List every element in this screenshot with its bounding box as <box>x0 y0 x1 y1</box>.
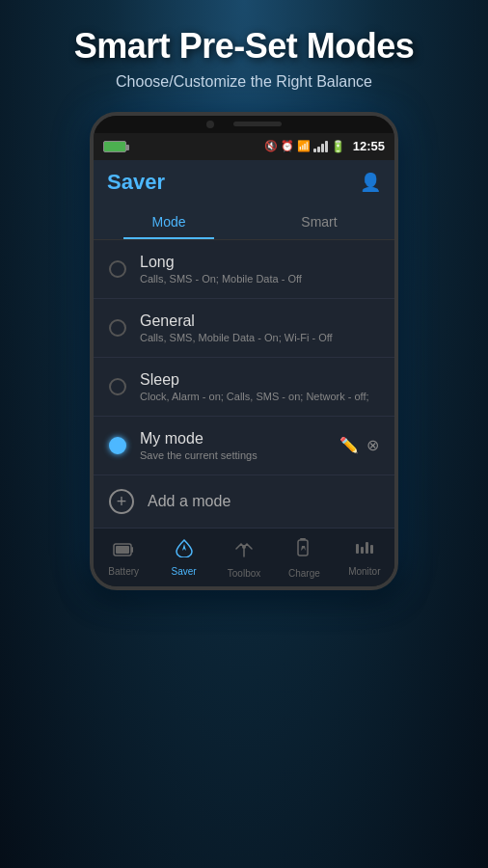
svg-rect-1 <box>116 546 129 554</box>
mode-name-long: Long <box>140 254 379 271</box>
charge-nav-label: Charge <box>288 568 320 579</box>
mode-name-mymode: My mode <box>140 430 332 448</box>
mode-radio-general[interactable] <box>109 319 126 337</box>
mode-actions-mymode: ✏️ ⊗ <box>339 436 379 454</box>
edit-mode-icon[interactable]: ✏️ <box>339 436 359 454</box>
add-mode-item[interactable]: + Add a mode <box>94 475 394 528</box>
svg-rect-2 <box>131 547 133 553</box>
svg-rect-9 <box>370 545 373 554</box>
sub-title: Choose/Customize the Right Balance <box>19 73 469 91</box>
status-icons: 🔇 ⏰ 📶 🔋 <box>264 140 345 153</box>
mode-item-general[interactable]: General Calls, SMS, Mobile Data - On; Wi… <box>94 299 394 358</box>
app-title: Saver <box>107 170 165 195</box>
mode-content-sleep: Sleep Clock, Alarm - on; Calls, SMS - on… <box>140 371 379 402</box>
mode-name-sleep: Sleep <box>140 371 379 389</box>
mode-content-general: General Calls, SMS, Mobile Data - On; Wi… <box>140 312 379 343</box>
mode-item-sleep[interactable]: Sleep Clock, Alarm - on; Calls, SMS - on… <box>94 358 394 417</box>
tabs-bar: Mode Smart <box>94 204 394 240</box>
profile-icon[interactable]: 👤 <box>360 172 381 193</box>
battery-icon: 🔋 <box>331 140 345 153</box>
phone-mockup: 🔇 ⏰ 📶 🔋 12:55 Saver 👤 <box>80 112 408 868</box>
battery-status-indicator <box>103 141 126 152</box>
nav-item-monitor[interactable]: Monitor <box>335 534 394 583</box>
status-time: 12:55 <box>353 139 385 153</box>
header-section: Smart Pre-Set Modes Choose/Customize the… <box>0 0 488 102</box>
toolbox-nav-icon <box>233 538 255 565</box>
mode-desc-long: Calls, SMS - On; Mobile Data - Off <box>140 273 379 285</box>
nav-item-battery[interactable]: Battery <box>94 534 153 583</box>
alarm-icon: ⏰ <box>281 140 294 152</box>
mode-desc-sleep: Clock, Alarm - on; Calls, SMS - on; Netw… <box>140 391 379 402</box>
delete-mode-icon[interactable]: ⊗ <box>366 436 379 454</box>
phone-top <box>94 116 394 133</box>
status-left <box>103 141 126 152</box>
tab-mode[interactable]: Mode <box>94 204 244 239</box>
status-right: 🔇 ⏰ 📶 🔋 12:55 <box>264 139 385 153</box>
mode-list: Long Calls, SMS - On; Mobile Data - Off … <box>94 240 394 528</box>
nav-item-toolbox[interactable]: Toolbox <box>214 534 274 583</box>
saver-nav-label: Saver <box>172 566 197 577</box>
bottom-nav: Battery Saver Toolbox <box>94 528 394 586</box>
monitor-nav-label: Monitor <box>348 566 380 577</box>
nav-item-charge[interactable]: Charge <box>274 534 334 583</box>
mode-radio-long[interactable] <box>109 260 126 278</box>
phone-frame: 🔇 ⏰ 📶 🔋 12:55 Saver 👤 <box>90 112 398 590</box>
mode-item-mymode[interactable]: My mode Save the current settings ✏️ ⊗ <box>94 417 394 475</box>
mode-item-long[interactable]: Long Calls, SMS - On; Mobile Data - Off <box>94 240 394 299</box>
svg-rect-5 <box>300 538 306 540</box>
mode-content-long: Long Calls, SMS - On; Mobile Data - Off <box>140 254 379 285</box>
mode-radio-mymode[interactable] <box>109 437 126 454</box>
mode-desc-mymode: Save the current settings <box>140 449 332 461</box>
nav-item-saver[interactable]: Saver <box>153 534 213 583</box>
saver-nav-icon <box>173 538 196 563</box>
mode-name-general: General <box>140 312 379 330</box>
status-bar: 🔇 ⏰ 📶 🔋 12:55 <box>94 133 394 160</box>
add-mode-label: Add a mode <box>148 493 230 510</box>
speaker-slot <box>233 122 282 126</box>
app-header: Saver 👤 <box>94 160 394 204</box>
toolbox-nav-label: Toolbox <box>228 568 260 579</box>
tab-smart[interactable]: Smart <box>244 204 394 239</box>
svg-rect-6 <box>356 544 359 554</box>
add-mode-icon[interactable]: + <box>109 489 134 514</box>
svg-rect-8 <box>366 542 368 554</box>
svg-point-3 <box>242 545 246 549</box>
battery-nav-icon <box>113 538 134 563</box>
svg-rect-7 <box>361 547 364 554</box>
mode-desc-general: Calls, SMS, Mobile Data - On; Wi-Fi - Of… <box>140 332 379 343</box>
battery-nav-label: Battery <box>108 566 139 577</box>
signal-bars <box>313 141 328 152</box>
mode-radio-sleep[interactable] <box>109 378 126 395</box>
monitor-nav-icon <box>354 538 375 563</box>
mute-icon: 🔇 <box>264 140 278 152</box>
charge-nav-icon <box>293 538 314 565</box>
wifi-icon: 📶 <box>297 140 311 152</box>
main-title: Smart Pre-Set Modes <box>19 27 469 66</box>
front-camera <box>206 121 214 128</box>
mode-content-mymode: My mode Save the current settings <box>140 430 332 461</box>
